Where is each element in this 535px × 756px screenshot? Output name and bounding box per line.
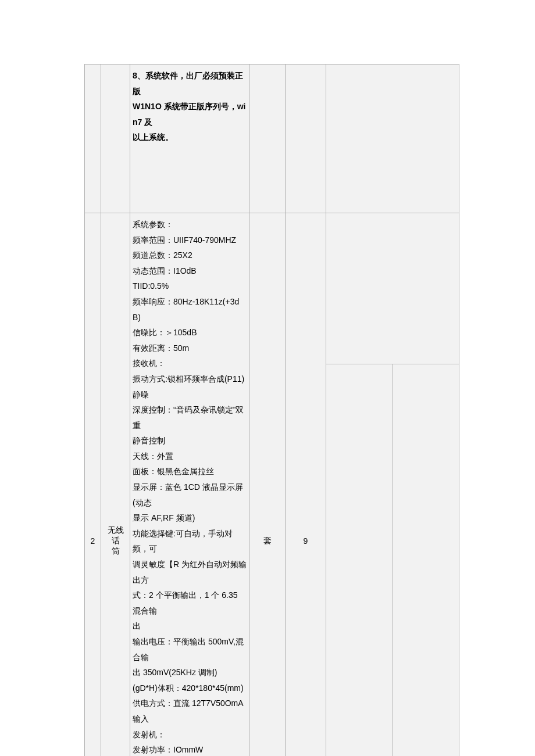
spec-content: 8、系统软件，出厂必须预装正版W1N1O 系统带正版序列号，win7 及以上系统… [133,68,247,145]
spec-line: 频率响应：80Hz-18K11z(+3dB) [133,294,247,325]
spec-line: 出 [133,618,247,634]
cell-spec: 系统参数：频率范围：UIIF740-790MHZ频道总数：25X2动态范围：I1… [130,213,249,756]
spec-line: 供电方式：直流 12T7V50OmA 输入 [133,696,247,726]
spec-line: 出 350mV(25KHz 调制) [133,665,247,680]
cell-spec: 8、系统软件，出厂必须预装正版W1N1O 系统带正版序列号，win7 及以上系统… [130,65,249,213]
spec-line: 天线：外置 [133,449,247,464]
spec-line: 以上系统。 [133,130,247,145]
spec-line: 频道总数：25X2 [133,248,247,263]
spec-line: 发射功率：IOmmW [133,742,247,756]
spec-line: 显示屏：蓝色 1CD 液晶显示屏(动态 [133,479,247,510]
spec-line: 深度控制：“音码及杂讯锁定”双重 [133,402,247,433]
cell-index: 2 [85,213,101,756]
spec-line: (gD*H)体积：420*180*45(mm) [133,680,247,696]
table-row: 2 无线话 筒 系统参数：频率范围：UIIF740-790MHZ频道总数：25X… [85,213,459,364]
spec-line: TIID:0.5% [133,278,247,294]
spec-line: 发射机： [133,727,247,743]
spec-line: 振动方式:锁相环频率合成(P11)静噪 [133,371,247,402]
cell-blank-lower-left [326,364,393,756]
cell-name: 无线话 筒 [101,213,130,756]
cell-blank-lower-right [393,364,459,756]
cell-blank-upper [326,213,459,364]
spec-line: 输出电压：平衡输出 500mV,混合输 [133,634,247,665]
spec-line: 频率范围：UIIF740-790MHZ [133,232,247,248]
cell-qty: 9 [286,213,326,756]
spec-table: 8、系统软件，出厂必须预装正版W1N1O 系统带正版序列号，win7 及以上系统… [84,64,459,756]
spec-line: 面板：银黑色金属拉丝 [133,464,247,479]
spec-line: 功能选择键:可自动，手动对频，可 [133,526,247,557]
spec-line: 动态范围：I1OdB [133,263,247,279]
spec-line: 有效距离：50m [133,341,247,356]
spec-line: 系统参数： [133,217,247,232]
spec-content: 系统参数：频率范围：UIIF740-790MHZ频道总数：25X2动态范围：I1… [133,217,247,756]
spec-line: 信噪比：＞105dB [133,325,247,341]
spec-line: 式：2 个平衡输出，1 个 6.35 混合输 [133,587,247,618]
table-row: 8、系统软件，出厂必须预装正版W1N1O 系统带正版序列号，win7 及以上系统… [85,65,459,213]
spec-line: 调灵敏度【R 为红外自动对频输出方 [133,557,247,587]
name-line: 无线话 [108,525,124,545]
spec-line: 8、系统软件，出厂必须预装正版 [133,68,247,99]
cell-qty [286,65,326,213]
spec-line: 静音控制 [133,433,247,449]
cell-unit: 套 [249,213,286,756]
spec-line: 接收机： [133,356,247,371]
name-line: 筒 [112,546,120,556]
spec-line: 显示 AF,RF 频道) [133,510,247,526]
cell-unit [249,65,286,213]
cell-index [85,65,101,213]
cell-name [101,65,130,213]
cell-blank [326,65,459,213]
spec-line: W1N1O 系统带正版序列号，win7 及 [133,99,247,130]
